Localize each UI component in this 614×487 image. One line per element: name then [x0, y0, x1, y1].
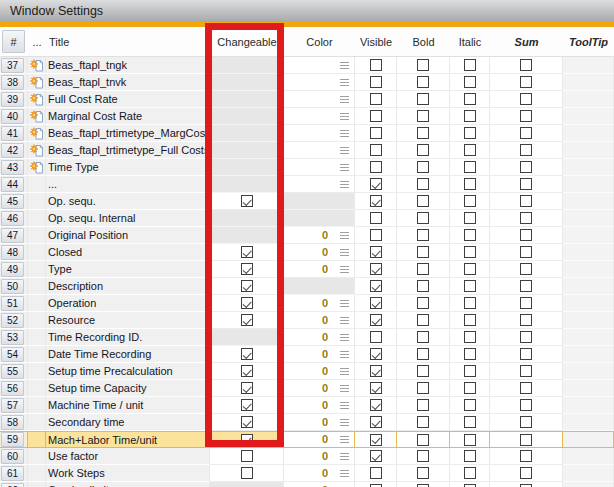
bold-checkbox[interactable]	[417, 399, 429, 411]
visible-checkbox[interactable]	[370, 416, 382, 428]
changeable-cell[interactable]	[210, 261, 284, 278]
bold-cell[interactable]	[397, 482, 450, 487]
visible-cell[interactable]	[355, 346, 397, 363]
visible-cell[interactable]	[355, 397, 397, 414]
italic-cell[interactable]	[450, 74, 490, 91]
visible-cell[interactable]	[355, 295, 397, 312]
row-number[interactable]: 47	[1, 228, 24, 243]
color-menu-icon[interactable]	[340, 266, 349, 273]
sum-checkbox[interactable]	[520, 348, 532, 360]
color-menu-icon[interactable]	[340, 419, 349, 426]
row-number-cell[interactable]: 49	[0, 261, 28, 278]
italic-cell[interactable]	[450, 193, 490, 210]
color-menu-icon[interactable]	[340, 368, 349, 375]
changeable-cell[interactable]	[210, 397, 284, 414]
changeable-checkbox[interactable]	[241, 365, 253, 377]
sum-cell[interactable]	[490, 448, 563, 465]
bold-checkbox[interactable]	[417, 178, 429, 190]
sum-cell[interactable]	[490, 227, 563, 244]
italic-checkbox[interactable]	[464, 127, 476, 139]
bold-checkbox[interactable]	[417, 76, 429, 88]
sum-cell[interactable]	[490, 465, 563, 482]
bold-checkbox[interactable]	[417, 416, 429, 428]
row-number-cell[interactable]: 59	[0, 431, 28, 448]
color-value[interactable]: 0	[322, 468, 328, 479]
row-number[interactable]: 59	[1, 432, 24, 447]
row-number-cell[interactable]: 53	[0, 329, 28, 346]
visible-checkbox[interactable]	[370, 263, 382, 275]
color-cell[interactable]: 0	[284, 227, 355, 244]
bold-cell[interactable]	[397, 380, 450, 397]
italic-checkbox[interactable]	[464, 178, 476, 190]
row-number[interactable]: 57	[1, 398, 24, 413]
tooltip-cell[interactable]	[563, 380, 614, 397]
row-number-cell[interactable]: 48	[0, 244, 28, 261]
italic-checkbox[interactable]	[464, 76, 476, 88]
color-value[interactable]: 0	[322, 451, 328, 462]
bold-cell[interactable]	[397, 414, 450, 431]
italic-checkbox[interactable]	[464, 416, 476, 428]
italic-cell[interactable]	[450, 159, 490, 176]
sum-checkbox[interactable]	[520, 161, 532, 173]
color-cell[interactable]: 0	[284, 295, 355, 312]
visible-checkbox[interactable]	[370, 93, 382, 105]
color-menu-icon[interactable]	[340, 300, 349, 307]
changeable-checkbox[interactable]	[241, 195, 253, 207]
color-menu-icon[interactable]	[340, 317, 349, 324]
bold-checkbox[interactable]	[417, 450, 429, 462]
bold-checkbox[interactable]	[417, 59, 429, 71]
sum-cell[interactable]	[490, 431, 563, 448]
bold-cell[interactable]	[397, 159, 450, 176]
changeable-cell[interactable]	[210, 414, 284, 431]
row-number-cell[interactable]: 52	[0, 312, 28, 329]
bold-checkbox[interactable]	[417, 297, 429, 309]
bold-checkbox[interactable]	[417, 246, 429, 258]
sum-checkbox[interactable]	[520, 212, 532, 224]
color-cell[interactable]: 0	[284, 414, 355, 431]
color-menu-icon[interactable]	[340, 96, 349, 103]
row-number-cell[interactable]: 38	[0, 74, 28, 91]
color-menu-icon[interactable]	[340, 181, 349, 188]
visible-cell[interactable]	[355, 414, 397, 431]
changeable-cell[interactable]	[210, 431, 284, 448]
color-value[interactable]: 0	[322, 417, 328, 428]
column-header-sum[interactable]: Sum	[490, 27, 563, 56]
row-number[interactable]: 48	[1, 245, 24, 260]
sum-checkbox[interactable]	[520, 434, 532, 446]
bold-cell[interactable]	[397, 295, 450, 312]
sum-cell[interactable]	[490, 312, 563, 329]
sum-cell[interactable]	[490, 295, 563, 312]
row-number[interactable]: 49	[1, 262, 24, 277]
sum-cell[interactable]	[490, 193, 563, 210]
visible-checkbox[interactable]	[370, 348, 382, 360]
column-header-title[interactable]: Title	[46, 27, 210, 56]
row-number[interactable]: 62	[1, 483, 24, 487]
visible-checkbox[interactable]	[370, 467, 382, 479]
sum-cell[interactable]	[490, 210, 563, 227]
visible-cell[interactable]	[355, 125, 397, 142]
window-titlebar[interactable]: Window Settings	[0, 0, 614, 22]
tooltip-cell[interactable]	[563, 295, 614, 312]
sum-cell[interactable]	[490, 329, 563, 346]
color-cell[interactable]: 0	[284, 465, 355, 482]
column-header-tt[interactable]: ToolTip	[563, 27, 614, 56]
visible-checkbox[interactable]	[370, 382, 382, 394]
italic-cell[interactable]	[450, 261, 490, 278]
bold-cell[interactable]	[397, 397, 450, 414]
bold-checkbox[interactable]	[417, 365, 429, 377]
visible-checkbox[interactable]	[370, 331, 382, 343]
color-menu-icon[interactable]	[340, 232, 349, 239]
visible-cell[interactable]	[355, 312, 397, 329]
sum-checkbox[interactable]	[520, 76, 532, 88]
color-value[interactable]: 0	[322, 230, 328, 241]
changeable-cell[interactable]	[210, 295, 284, 312]
row-number[interactable]: 58	[1, 415, 24, 430]
visible-cell[interactable]	[355, 142, 397, 159]
italic-cell[interactable]	[450, 142, 490, 159]
changeable-cell[interactable]	[210, 193, 284, 210]
color-menu-icon[interactable]	[340, 351, 349, 358]
color-cell[interactable]: 0	[284, 431, 355, 448]
bold-cell[interactable]	[397, 57, 450, 74]
italic-checkbox[interactable]	[464, 59, 476, 71]
sum-checkbox[interactable]	[520, 297, 532, 309]
